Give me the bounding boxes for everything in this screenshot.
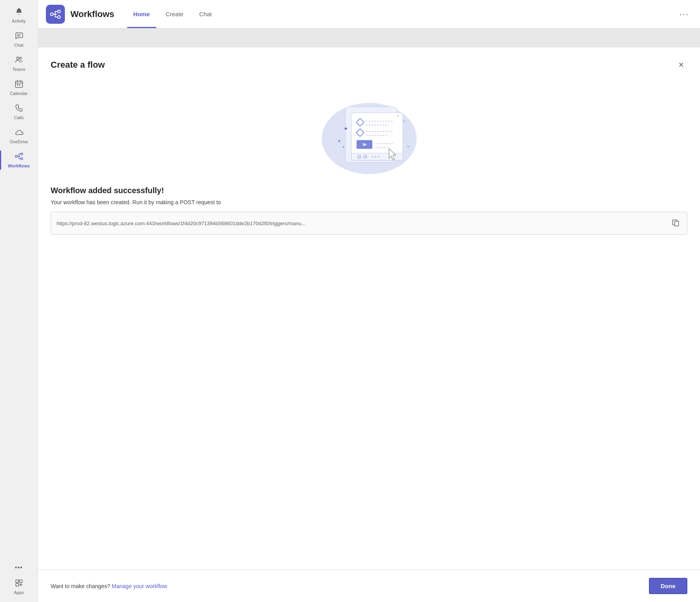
url-text: https://prod-82.westus.logic.azure.com:4… <box>57 220 666 226</box>
sidebar-item-calendar[interactable]: Calendar <box>0 76 38 100</box>
svg-rect-10 <box>16 583 19 586</box>
svg-point-12 <box>58 10 61 13</box>
sidebar: Activity Chat Teams <box>0 0 38 602</box>
sidebar-item-teams-label: Teams <box>12 67 25 72</box>
sidebar-item-calendar-label: Calendar <box>10 91 28 96</box>
calls-icon <box>15 104 23 114</box>
sidebar-item-calls[interactable]: Calls <box>0 100 38 124</box>
svg-rect-8 <box>16 580 19 583</box>
workflow-illustration: ≫ <box>314 87 425 174</box>
svg-rect-43 <box>675 221 679 226</box>
sidebar-item-activity[interactable]: Activity <box>0 3 38 27</box>
svg-point-35 <box>378 156 379 158</box>
success-title: Workflow added successfully! <box>51 186 687 195</box>
sidebar-item-apps[interactable]: Apps <box>0 575 38 599</box>
svg-rect-9 <box>19 580 22 583</box>
topbar-more-button[interactable]: ··· <box>676 6 692 23</box>
tab-chat[interactable]: Chat <box>193 0 218 28</box>
illustration-area: ≫ <box>51 79 687 186</box>
sidebar-item-chat-label: Chat <box>14 43 23 47</box>
app-title: Workflows <box>70 9 114 19</box>
sidebar-item-chat[interactable]: Chat <box>0 27 38 51</box>
onedrive-icon <box>15 128 23 138</box>
sidebar-item-more[interactable]: ••• <box>0 560 38 575</box>
create-flow-modal: Create a flow ✕ <box>38 47 700 602</box>
done-button[interactable]: Done <box>649 578 688 594</box>
svg-text:+: + <box>342 145 345 149</box>
svg-rect-4 <box>19 84 20 85</box>
modal-footer: Want to make changes? Manage your workfl… <box>38 570 700 602</box>
svg-point-1 <box>19 57 21 59</box>
sidebar-item-activity-label: Activity <box>12 19 26 23</box>
manage-workflow-link[interactable]: Manage your workflow <box>112 583 167 589</box>
sidebar-item-workflows-label: Workflows <box>8 163 30 168</box>
svg-rect-3 <box>17 84 18 85</box>
modal-wrapper: Create a flow ✕ <box>38 47 700 602</box>
svg-point-34 <box>375 156 376 158</box>
url-box: https://prod-82.westus.logic.azure.com:4… <box>51 212 687 235</box>
svg-text:≫: ≫ <box>362 142 367 147</box>
svg-point-0 <box>17 57 19 59</box>
svg-text:~: ~ <box>407 143 410 150</box>
workflows-icon <box>15 152 23 162</box>
teams-icon <box>15 55 23 65</box>
sidebar-item-onedrive[interactable]: OneDrive <box>0 124 38 148</box>
chat-icon <box>15 31 23 41</box>
sidebar-item-teams[interactable]: Teams <box>0 51 38 76</box>
svg-point-13 <box>58 15 61 18</box>
tab-home[interactable]: Home <box>127 0 156 28</box>
main-content: Workflows Home Create Chat ··· Create a … <box>38 0 700 602</box>
svg-text:✦: ✦ <box>343 125 348 132</box>
nav-tabs: Home Create Chat <box>127 0 218 28</box>
svg-text:✦: ✦ <box>338 139 341 143</box>
sidebar-item-workflows[interactable]: Workflows <box>0 148 38 172</box>
tab-create[interactable]: Create <box>159 0 190 28</box>
modal-header: Create a flow ✕ <box>38 47 700 79</box>
svg-point-33 <box>372 156 373 158</box>
gray-bar <box>38 28 700 47</box>
sidebar-item-calls-label: Calls <box>14 115 23 120</box>
activity-icon <box>15 7 23 17</box>
success-desc: Your workflow has been created. Run it b… <box>51 199 687 205</box>
sidebar-item-apps-label: Apps <box>14 590 24 595</box>
more-icon: ••• <box>15 564 23 571</box>
apps-icon <box>15 579 23 589</box>
close-button[interactable]: ✕ <box>675 59 687 71</box>
modal-title: Create a flow <box>51 60 105 70</box>
svg-text:~: ~ <box>403 118 406 124</box>
copy-button[interactable] <box>670 217 681 230</box>
svg-text:+: + <box>397 114 399 118</box>
sidebar-item-onedrive-label: OneDrive <box>9 139 28 144</box>
footer-text: Want to make changes? Manage your workfl… <box>51 583 167 589</box>
svg-point-11 <box>51 13 53 15</box>
modal-body: ≫ <box>38 79 700 570</box>
app-icon <box>46 5 65 24</box>
svg-rect-2 <box>15 81 23 87</box>
calendar-icon <box>15 80 23 89</box>
topbar: Workflows Home Create Chat ··· <box>38 0 700 28</box>
